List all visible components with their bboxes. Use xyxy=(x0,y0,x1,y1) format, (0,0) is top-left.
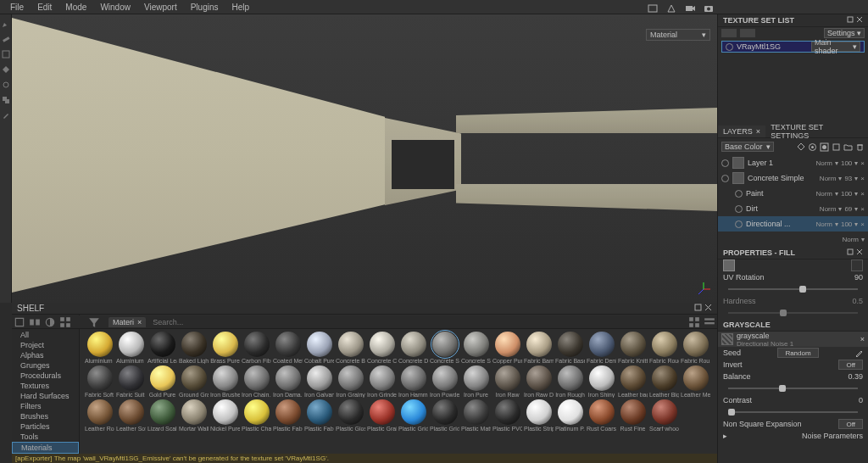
noise-parameters-toggle[interactable]: ▸ Noise Parameters xyxy=(718,430,868,442)
material-item[interactable]: Iron Galvan... xyxy=(304,365,334,398)
material-item[interactable]: Carbon Fiber xyxy=(242,332,271,364)
brush-icon[interactable] xyxy=(2,20,10,28)
material-item[interactable]: Plastic Grid... xyxy=(430,399,459,432)
material-item[interactable]: Concrete Cl... xyxy=(367,332,397,364)
material-item[interactable]: Iron Dama... xyxy=(273,365,303,398)
material-item[interactable]: Baked Light... xyxy=(179,332,209,364)
close-icon[interactable] xyxy=(856,16,863,23)
material-item[interactable]: Fabric Base... xyxy=(555,332,585,364)
shelf-cat-filters[interactable]: Filters xyxy=(12,401,79,411)
visibility-icon[interactable] xyxy=(721,175,729,182)
layer-thumb[interactable] xyxy=(732,157,744,169)
add-layer-icon[interactable] xyxy=(832,142,841,152)
close-icon[interactable]: × xyxy=(860,220,865,228)
menu-edit[interactable]: Edit xyxy=(31,3,58,12)
material-item[interactable]: Concrete B... xyxy=(336,332,365,364)
visibility-icon[interactable] xyxy=(735,205,743,213)
layer-row[interactable]: Directional ...Norm▾100▾× xyxy=(718,216,868,232)
shelf-cat-tools[interactable]: Tools xyxy=(12,432,79,442)
material-item[interactable]: Lizard Scales xyxy=(147,399,177,432)
layer-row[interactable]: DirtNorm▾69▾× xyxy=(718,201,868,216)
material-item[interactable]: Iron Raw D... xyxy=(524,365,554,398)
material-item[interactable]: Plastic Fabri... xyxy=(273,399,303,432)
shelf-grid-icon[interactable] xyxy=(59,316,71,328)
material-item[interactable]: Mortar Wall xyxy=(179,399,209,432)
material-item[interactable]: Gold Pure xyxy=(147,365,177,398)
bucket-icon[interactable] xyxy=(796,142,805,152)
material-item[interactable]: Fabric Bam... xyxy=(524,332,554,364)
polyfill-icon[interactable] xyxy=(2,65,10,74)
visibility-icon[interactable] xyxy=(726,43,733,51)
channel-dropdown[interactable]: Base Color▾ xyxy=(721,142,774,152)
material-item[interactable]: Plastic PVC xyxy=(492,399,522,432)
material-item[interactable]: Iron Shiny xyxy=(587,365,616,398)
random-button[interactable]: Random xyxy=(777,348,818,358)
material-item[interactable]: Leather Big ... xyxy=(649,365,679,398)
viewport[interactable] xyxy=(12,14,717,303)
view-large-icon[interactable] xyxy=(688,316,700,328)
material-item[interactable]: Plastic Matt... xyxy=(461,399,491,432)
eraser-icon[interactable] xyxy=(2,35,10,43)
menu-plugins[interactable]: Plugins xyxy=(184,3,225,12)
picker-icon[interactable] xyxy=(2,111,10,120)
close-icon[interactable]: × xyxy=(860,190,865,198)
fill-mode-channel[interactable] xyxy=(851,259,863,271)
tab-texture-set-settings[interactable]: TEXTURE SET SETTINGS xyxy=(765,126,868,137)
material-item[interactable]: Fabric Rough xyxy=(649,332,679,364)
material-item[interactable]: Concrete S... xyxy=(461,332,491,364)
shelf-cat-brushes[interactable]: Brushes xyxy=(12,411,79,421)
layer-row[interactable]: PaintNorm▾100▾× xyxy=(718,186,868,201)
layer-row[interactable]: Layer 1Norm▾100▾× xyxy=(718,155,868,170)
material-item[interactable]: Ground Gra... xyxy=(179,365,209,398)
shelf-cat-textures[interactable]: Textures xyxy=(12,381,79,391)
material-item[interactable]: Plastic Cha... xyxy=(242,399,271,432)
material-item[interactable]: Concrete S... xyxy=(430,332,459,364)
material-item[interactable]: Brass Pure xyxy=(210,332,240,364)
close-icon[interactable]: × xyxy=(860,205,865,213)
hardness-slider[interactable] xyxy=(728,312,858,314)
effect-icon[interactable] xyxy=(808,142,817,152)
material-item[interactable]: Iron Raw xyxy=(492,365,522,398)
shelf-cat-particles[interactable]: Particles xyxy=(12,421,79,432)
import-icon[interactable] xyxy=(14,316,25,328)
menu-mode[interactable]: Mode xyxy=(58,3,93,12)
material-item[interactable]: Iron Brushed xyxy=(210,365,240,398)
close-icon[interactable]: × xyxy=(756,127,760,136)
close-icon[interactable]: × xyxy=(860,175,865,182)
clone-icon[interactable] xyxy=(2,96,10,104)
material-item[interactable]: Plastic Grid ... xyxy=(398,399,428,432)
shelf-cat-materials[interactable]: Materials xyxy=(12,442,79,454)
viewport-channel-dropdown[interactable]: Material ▾ xyxy=(646,29,710,41)
close-icon[interactable]: × xyxy=(860,159,865,167)
material-item[interactable]: Plastic Fabr... xyxy=(304,399,334,432)
shader-dropdown[interactable]: Main shader▾ xyxy=(811,42,860,52)
edit-icon[interactable] xyxy=(855,349,863,357)
layer-row[interactable]: Concrete SimpleNorm▾93▾× xyxy=(718,170,868,186)
material-item[interactable]: Plastic Stripes xyxy=(524,399,554,432)
material-item[interactable]: Aluminium ... xyxy=(85,332,114,364)
close-icon[interactable] xyxy=(704,304,712,311)
close-icon[interactable]: × xyxy=(137,318,142,326)
filter-icon[interactable] xyxy=(88,316,100,328)
material-item[interactable]: Iron Powde... xyxy=(430,365,459,398)
close-icon[interactable] xyxy=(856,248,863,255)
smudge-icon[interactable] xyxy=(2,81,10,89)
screenshot-icon[interactable] xyxy=(704,3,714,14)
menu-file[interactable]: File xyxy=(3,3,31,12)
fill-mode-material[interactable] xyxy=(723,259,735,271)
shelf-cat-all[interactable]: All xyxy=(12,330,79,340)
material-item[interactable]: Plastic Grainy xyxy=(367,399,397,432)
material-item[interactable]: Scarf whool xyxy=(649,399,679,432)
shelf-cat-grunges[interactable]: Grunges xyxy=(12,360,79,371)
shelf-group-icon[interactable] xyxy=(29,316,41,328)
material-item[interactable]: Iron Chain... xyxy=(242,365,271,398)
close-icon[interactable]: × xyxy=(860,335,865,343)
material-item[interactable]: Rust Coarse xyxy=(587,399,616,432)
material-item[interactable]: Concrete D... xyxy=(398,332,428,364)
ts-thumb-1[interactable] xyxy=(721,29,737,37)
undock-icon[interactable] xyxy=(847,16,854,23)
contrast-slider[interactable] xyxy=(728,411,858,413)
material-item[interactable]: Rust Fine xyxy=(618,399,648,432)
material-item[interactable]: Leather Soft... xyxy=(116,399,146,432)
texture-set-item[interactable]: VRayMtl1SG Main shader▾ xyxy=(721,41,865,53)
